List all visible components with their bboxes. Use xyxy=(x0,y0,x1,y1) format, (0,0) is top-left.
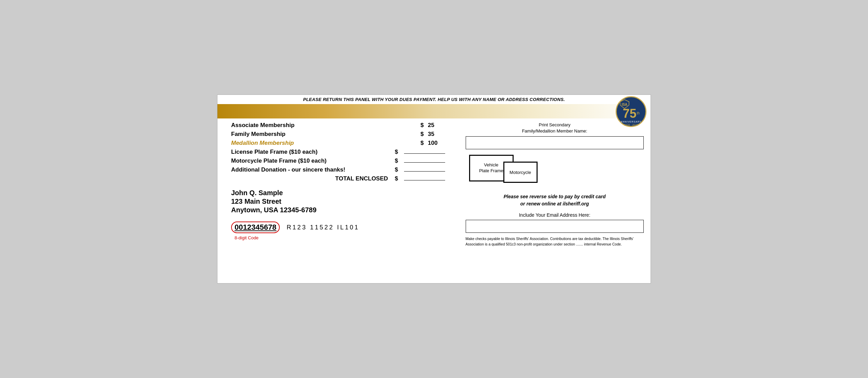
secondary-label-line1: Print Secondary xyxy=(539,122,571,127)
anniversary-circle: ISA 75 th ANNIVERSARY 1928 - 2023 xyxy=(616,96,646,127)
right-column: Print Secondary Family/Medallion Member … xyxy=(459,122,644,247)
medallion-membership-row: Medallion Membership $ 100 xyxy=(231,140,445,147)
license-plate-dollar: $ xyxy=(395,149,398,155)
credit-card-line1: Please see reverse side to pay by credit… xyxy=(504,194,606,199)
plate-frames-diagram: VehiclePlate Frame Motorcycle xyxy=(469,155,644,189)
anniversary-superscript: th xyxy=(637,111,640,115)
motorcycle-plate-line xyxy=(404,162,445,163)
total-row: TOTAL ENCLOSED $ xyxy=(231,175,445,182)
address-city: Anytown, USA 12345-6789 xyxy=(231,206,445,214)
left-column: Associate Membership $ 25 Family Members… xyxy=(231,122,452,247)
barcode-oval: 0012345678 xyxy=(231,222,280,233)
svg-text:ISA: ISA xyxy=(622,103,628,106)
motorcycle-plate-label: Motorcycle Plate Frame ($10 each) xyxy=(231,158,395,164)
donation-dollar: $ xyxy=(395,166,398,173)
medallion-amount: 100 xyxy=(428,140,445,147)
email-input[interactable] xyxy=(466,220,644,233)
credit-card-text: Please see reverse side to pay by credit… xyxy=(466,193,644,207)
membership-table: Associate Membership $ 25 Family Members… xyxy=(231,122,445,182)
medallion-label: Medallion Membership xyxy=(231,140,420,147)
family-amount: 35 xyxy=(428,131,445,138)
address-section: John Q. Sample 123 Main Street Anytown, … xyxy=(231,189,445,214)
barcode-codes: R123 11522 IL101 xyxy=(287,224,359,231)
instruction-bar: PLEASE RETURN THIS PANEL WITH YOUR DUES … xyxy=(217,95,651,104)
barcode-number: 0012345678 xyxy=(235,223,276,231)
instruction-text: PLEASE RETURN THIS PANEL WITH YOUR DUES … xyxy=(303,97,565,102)
secondary-label-line2: Family/Medallion Member Name: xyxy=(522,128,587,134)
secondary-name-input[interactable] xyxy=(466,136,644,149)
donation-row: Additional Donation - our sincere thanks… xyxy=(231,166,445,173)
barcode-line: 0012345678 R123 11522 IL101 xyxy=(231,222,445,233)
email-label: Include Your Email Address Here: xyxy=(466,212,644,218)
main-content: Associate Membership $ 25 Family Members… xyxy=(217,118,651,251)
barcode-section: 0012345678 R123 11522 IL101 8-digit Code xyxy=(231,222,445,240)
motorcycle-frame: Motorcycle xyxy=(503,162,538,183)
anniversary-dates: 1928 - 2023 xyxy=(624,123,639,126)
donation-label: Additional Donation - our sincere thanks… xyxy=(231,166,395,173)
associate-membership-row: Associate Membership $ 25 xyxy=(231,122,445,129)
total-dollar: $ xyxy=(395,175,398,182)
anniversary-label: ANNIVERSARY xyxy=(620,121,641,123)
gold-banner xyxy=(217,104,651,118)
eight-digit-caption: 8-digit Code xyxy=(235,235,445,240)
anniversary-logo: ISA 75 th ANNIVERSARY 1928 - 2023 xyxy=(616,96,646,127)
total-line xyxy=(404,180,445,180)
motorcycle-plate-row: Motorcycle Plate Frame ($10 each) $ xyxy=(231,158,445,164)
associate-label: Associate Membership xyxy=(231,122,420,129)
total-label: TOTAL ENCLOSED xyxy=(231,175,395,182)
license-plate-label: License Plate Frame ($10 each) xyxy=(231,149,395,155)
address-street: 123 Main Street xyxy=(231,198,445,205)
family-label: Family Membership xyxy=(231,131,420,138)
license-plate-line xyxy=(404,153,445,154)
family-membership-row: Family Membership $ 35 xyxy=(231,131,445,138)
associate-dollar: $ xyxy=(420,122,424,129)
credit-card-line2: or renew online at ilsheriff.org xyxy=(520,201,589,206)
membership-card: PLEASE RETURN THIS PANEL WITH YOUR DUES … xyxy=(217,94,651,284)
family-dollar: $ xyxy=(420,131,424,138)
associate-amount: 25 xyxy=(428,122,445,129)
donation-line xyxy=(404,171,445,172)
address-name: John Q. Sample xyxy=(231,189,445,197)
medallion-dollar: $ xyxy=(420,140,424,147)
anniversary-years: 75 xyxy=(623,108,637,120)
fine-print: Make checks payable to Illinois Sheriffs… xyxy=(466,236,644,247)
motorcycle-plate-dollar: $ xyxy=(395,158,398,164)
license-plate-row: License Plate Frame ($10 each) $ xyxy=(231,149,445,155)
